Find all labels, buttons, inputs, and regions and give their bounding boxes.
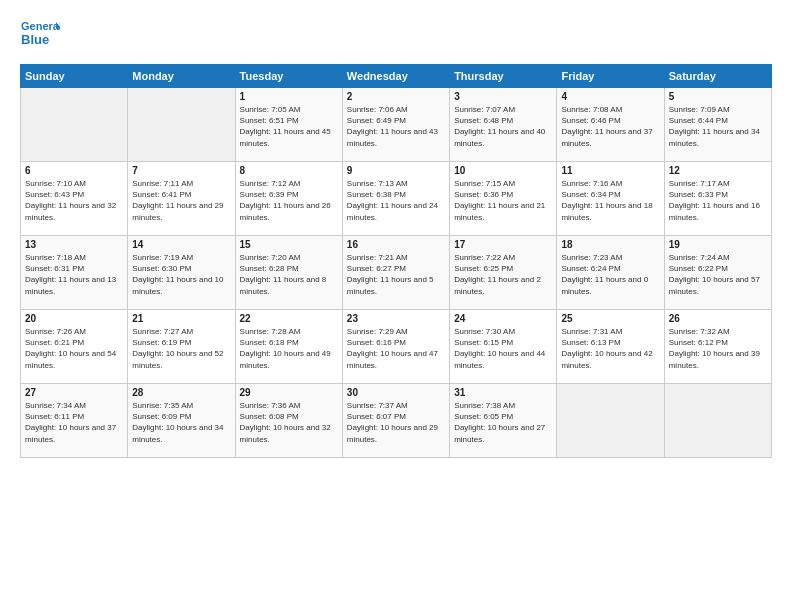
cell-text: Sunrise: 7:17 AM Sunset: 6:33 PM Dayligh… <box>669 178 767 223</box>
cell-text: Sunrise: 7:19 AM Sunset: 6:30 PM Dayligh… <box>132 252 230 297</box>
day-number: 1 <box>240 91 338 102</box>
calendar-cell: 27Sunrise: 7:34 AM Sunset: 6:11 PM Dayli… <box>21 384 128 458</box>
cell-text: Sunrise: 7:36 AM Sunset: 6:08 PM Dayligh… <box>240 400 338 445</box>
cell-text: Sunrise: 7:10 AM Sunset: 6:43 PM Dayligh… <box>25 178 123 223</box>
day-number: 10 <box>454 165 552 176</box>
header: General Blue <box>20 16 772 54</box>
cell-text: Sunrise: 7:29 AM Sunset: 6:16 PM Dayligh… <box>347 326 445 371</box>
calendar-header-row: SundayMondayTuesdayWednesdayThursdayFrid… <box>21 65 772 88</box>
day-number: 2 <box>347 91 445 102</box>
calendar-cell: 30Sunrise: 7:37 AM Sunset: 6:07 PM Dayli… <box>342 384 449 458</box>
calendar-cell: 22Sunrise: 7:28 AM Sunset: 6:18 PM Dayli… <box>235 310 342 384</box>
day-number: 28 <box>132 387 230 398</box>
calendar-cell: 18Sunrise: 7:23 AM Sunset: 6:24 PM Dayli… <box>557 236 664 310</box>
day-number: 17 <box>454 239 552 250</box>
day-number: 26 <box>669 313 767 324</box>
logo-svg: General Blue <box>20 16 60 54</box>
header-sunday: Sunday <box>21 65 128 88</box>
day-number: 30 <box>347 387 445 398</box>
cell-text: Sunrise: 7:08 AM Sunset: 6:46 PM Dayligh… <box>561 104 659 149</box>
cell-text: Sunrise: 7:34 AM Sunset: 6:11 PM Dayligh… <box>25 400 123 445</box>
cell-text: Sunrise: 7:22 AM Sunset: 6:25 PM Dayligh… <box>454 252 552 297</box>
week-row-2: 13Sunrise: 7:18 AM Sunset: 6:31 PM Dayli… <box>21 236 772 310</box>
day-number: 16 <box>347 239 445 250</box>
cell-text: Sunrise: 7:20 AM Sunset: 6:28 PM Dayligh… <box>240 252 338 297</box>
cell-text: Sunrise: 7:12 AM Sunset: 6:39 PM Dayligh… <box>240 178 338 223</box>
calendar-cell: 5Sunrise: 7:09 AM Sunset: 6:44 PM Daylig… <box>664 88 771 162</box>
cell-text: Sunrise: 7:24 AM Sunset: 6:22 PM Dayligh… <box>669 252 767 297</box>
cell-text: Sunrise: 7:32 AM Sunset: 6:12 PM Dayligh… <box>669 326 767 371</box>
day-number: 4 <box>561 91 659 102</box>
calendar-cell: 17Sunrise: 7:22 AM Sunset: 6:25 PM Dayli… <box>450 236 557 310</box>
cell-text: Sunrise: 7:16 AM Sunset: 6:34 PM Dayligh… <box>561 178 659 223</box>
calendar-cell: 10Sunrise: 7:15 AM Sunset: 6:36 PM Dayli… <box>450 162 557 236</box>
calendar-cell: 15Sunrise: 7:20 AM Sunset: 6:28 PM Dayli… <box>235 236 342 310</box>
week-row-4: 27Sunrise: 7:34 AM Sunset: 6:11 PM Dayli… <box>21 384 772 458</box>
calendar-cell: 11Sunrise: 7:16 AM Sunset: 6:34 PM Dayli… <box>557 162 664 236</box>
day-number: 23 <box>347 313 445 324</box>
cell-text: Sunrise: 7:09 AM Sunset: 6:44 PM Dayligh… <box>669 104 767 149</box>
svg-text:General: General <box>21 20 60 32</box>
week-row-0: 1Sunrise: 7:05 AM Sunset: 6:51 PM Daylig… <box>21 88 772 162</box>
day-number: 22 <box>240 313 338 324</box>
day-number: 3 <box>454 91 552 102</box>
cell-text: Sunrise: 7:28 AM Sunset: 6:18 PM Dayligh… <box>240 326 338 371</box>
cell-text: Sunrise: 7:37 AM Sunset: 6:07 PM Dayligh… <box>347 400 445 445</box>
day-number: 18 <box>561 239 659 250</box>
day-number: 19 <box>669 239 767 250</box>
page: General Blue SundayMondayTuesdayWednesda… <box>0 0 792 612</box>
calendar-cell: 3Sunrise: 7:07 AM Sunset: 6:48 PM Daylig… <box>450 88 557 162</box>
header-monday: Monday <box>128 65 235 88</box>
calendar-cell: 1Sunrise: 7:05 AM Sunset: 6:51 PM Daylig… <box>235 88 342 162</box>
calendar-cell: 12Sunrise: 7:17 AM Sunset: 6:33 PM Dayli… <box>664 162 771 236</box>
day-number: 14 <box>132 239 230 250</box>
header-tuesday: Tuesday <box>235 65 342 88</box>
cell-text: Sunrise: 7:18 AM Sunset: 6:31 PM Dayligh… <box>25 252 123 297</box>
cell-text: Sunrise: 7:38 AM Sunset: 6:05 PM Dayligh… <box>454 400 552 445</box>
day-number: 13 <box>25 239 123 250</box>
week-row-3: 20Sunrise: 7:26 AM Sunset: 6:21 PM Dayli… <box>21 310 772 384</box>
day-number: 15 <box>240 239 338 250</box>
calendar-cell: 20Sunrise: 7:26 AM Sunset: 6:21 PM Dayli… <box>21 310 128 384</box>
calendar-cell <box>21 88 128 162</box>
cell-text: Sunrise: 7:35 AM Sunset: 6:09 PM Dayligh… <box>132 400 230 445</box>
calendar-cell: 19Sunrise: 7:24 AM Sunset: 6:22 PM Dayli… <box>664 236 771 310</box>
cell-text: Sunrise: 7:06 AM Sunset: 6:49 PM Dayligh… <box>347 104 445 149</box>
calendar-cell <box>664 384 771 458</box>
day-number: 24 <box>454 313 552 324</box>
day-number: 12 <box>669 165 767 176</box>
calendar-cell <box>557 384 664 458</box>
cell-text: Sunrise: 7:07 AM Sunset: 6:48 PM Dayligh… <box>454 104 552 149</box>
day-number: 25 <box>561 313 659 324</box>
calendar-cell: 9Sunrise: 7:13 AM Sunset: 6:38 PM Daylig… <box>342 162 449 236</box>
day-number: 27 <box>25 387 123 398</box>
day-number: 8 <box>240 165 338 176</box>
calendar-cell: 28Sunrise: 7:35 AM Sunset: 6:09 PM Dayli… <box>128 384 235 458</box>
header-saturday: Saturday <box>664 65 771 88</box>
day-number: 6 <box>25 165 123 176</box>
header-friday: Friday <box>557 65 664 88</box>
calendar-cell: 26Sunrise: 7:32 AM Sunset: 6:12 PM Dayli… <box>664 310 771 384</box>
svg-text:Blue: Blue <box>21 32 49 47</box>
day-number: 21 <box>132 313 230 324</box>
day-number: 20 <box>25 313 123 324</box>
calendar-table: SundayMondayTuesdayWednesdayThursdayFrid… <box>20 64 772 458</box>
header-wednesday: Wednesday <box>342 65 449 88</box>
calendar-cell: 6Sunrise: 7:10 AM Sunset: 6:43 PM Daylig… <box>21 162 128 236</box>
cell-text: Sunrise: 7:23 AM Sunset: 6:24 PM Dayligh… <box>561 252 659 297</box>
calendar-cell: 31Sunrise: 7:38 AM Sunset: 6:05 PM Dayli… <box>450 384 557 458</box>
day-number: 29 <box>240 387 338 398</box>
week-row-1: 6Sunrise: 7:10 AM Sunset: 6:43 PM Daylig… <box>21 162 772 236</box>
calendar-cell: 14Sunrise: 7:19 AM Sunset: 6:30 PM Dayli… <box>128 236 235 310</box>
calendar-cell: 4Sunrise: 7:08 AM Sunset: 6:46 PM Daylig… <box>557 88 664 162</box>
cell-text: Sunrise: 7:30 AM Sunset: 6:15 PM Dayligh… <box>454 326 552 371</box>
calendar-cell: 13Sunrise: 7:18 AM Sunset: 6:31 PM Dayli… <box>21 236 128 310</box>
cell-text: Sunrise: 7:26 AM Sunset: 6:21 PM Dayligh… <box>25 326 123 371</box>
calendar-cell <box>128 88 235 162</box>
day-number: 7 <box>132 165 230 176</box>
calendar-cell: 29Sunrise: 7:36 AM Sunset: 6:08 PM Dayli… <box>235 384 342 458</box>
day-number: 11 <box>561 165 659 176</box>
header-thursday: Thursday <box>450 65 557 88</box>
day-number: 31 <box>454 387 552 398</box>
cell-text: Sunrise: 7:31 AM Sunset: 6:13 PM Dayligh… <box>561 326 659 371</box>
